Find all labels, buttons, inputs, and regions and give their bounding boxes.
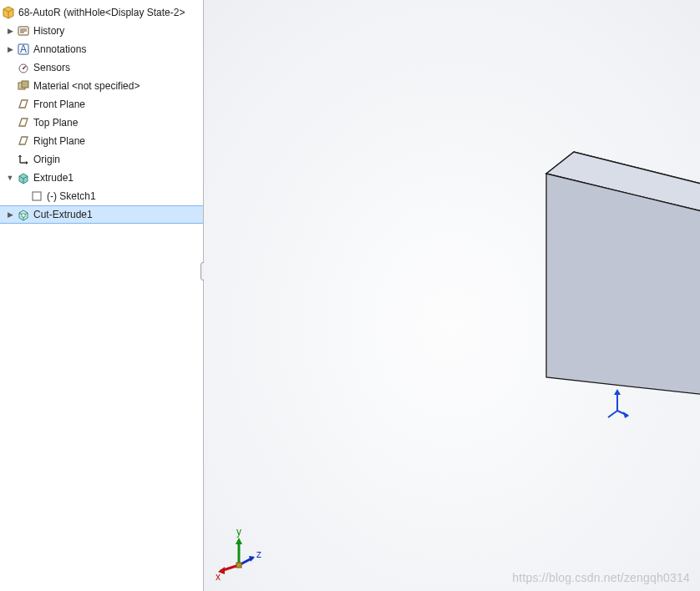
history-label: History [33, 22, 64, 40]
expand-icon[interactable]: ▶ [5, 26, 15, 36]
part-icon [2, 6, 15, 19]
plane-icon [17, 116, 30, 129]
history-icon [17, 24, 30, 38]
tree-item-front-plane[interactable]: Front Plane [0, 95, 203, 114]
front-plane-label: Front Plane [33, 95, 85, 114]
svg-text:A: A [20, 43, 27, 55]
tree-item-extrude1[interactable]: ▼ Extrude1 [0, 169, 203, 187]
plane-icon [17, 134, 30, 148]
watermark-text: https://blog.csdn.net/zengqh0314 [512, 571, 690, 584]
extrude1-label: Extrude1 [33, 169, 74, 187]
tree-root-part[interactable]: 68-AutoR (withHole<Display State-2> [0, 3, 203, 22]
sensors-icon [17, 61, 30, 74]
tree-item-history[interactable]: ▶ History [0, 22, 203, 40]
expand-icon[interactable]: ▶ [5, 44, 15, 54]
tree-item-origin[interactable]: Origin [0, 150, 203, 169]
extrude-icon [17, 171, 30, 184]
triad-z-label: z [256, 548, 261, 560]
cut-extrude1-label: Cut-Extrude1 [33, 205, 93, 224]
cut-extrude-icon [17, 208, 30, 221]
triad-y-label: y [236, 526, 241, 538]
svg-line-10 [608, 411, 617, 417]
expand-icon[interactable]: ▶ [5, 210, 15, 220]
feature-tree-panel[interactable]: 68-AutoR (withHole<Display State-2> ▶ Hi… [0, 0, 204, 591]
plane-icon [17, 98, 30, 111]
sketch1-label: (-) Sketch1 [47, 187, 96, 205]
annotations-label: Annotations [33, 40, 86, 58]
svg-rect-6 [22, 81, 28, 88]
top-plane-label: Top Plane [33, 114, 78, 132]
svg-rect-14 [236, 563, 241, 568]
tree-item-top-plane[interactable]: Top Plane [0, 114, 203, 132]
origin-label: Origin [33, 150, 60, 169]
graphics-viewport[interactable]: z y x https://blog.csdn.net/zengqh0314 [204, 0, 700, 591]
svg-rect-7 [33, 192, 41, 200]
sensors-label: Sensors [33, 58, 70, 77]
origin-triad[interactable]: z y x [216, 524, 274, 583]
triad-x-label: x [216, 571, 221, 583]
origin-icon [17, 153, 30, 166]
tree-item-material[interactable]: Material <not specified> [0, 77, 203, 95]
material-icon [17, 79, 30, 93]
tree-item-sketch1[interactable]: (-) Sketch1 [0, 187, 203, 205]
tree-root-label: 68-AutoR (withHole<Display State-2> [18, 3, 185, 22]
sketch-icon [30, 189, 43, 203]
tree-item-right-plane[interactable]: Right Plane [0, 132, 203, 150]
svg-point-4 [23, 68, 24, 69]
tree-item-annotations[interactable]: ▶ A Annotations [0, 40, 203, 58]
collapse-icon[interactable]: ▼ [5, 173, 15, 183]
annotations-icon: A [17, 43, 30, 56]
view-triad-icon[interactable] [606, 387, 630, 421]
right-plane-label: Right Plane [33, 132, 85, 150]
material-label: Material <not specified> [33, 77, 139, 95]
tree-item-cut-extrude1[interactable]: ▶ Cut-Extrude1 [0, 205, 203, 224]
tree-item-sensors[interactable]: Sensors [0, 58, 203, 77]
